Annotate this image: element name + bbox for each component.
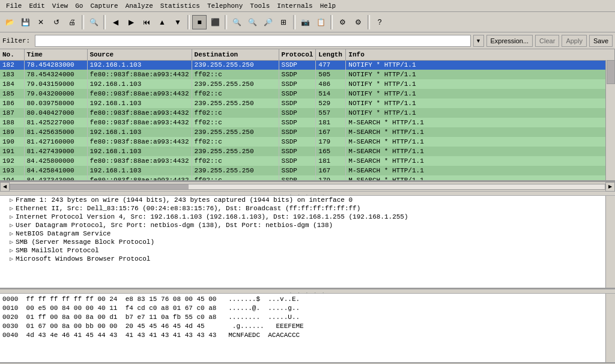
filter-dropdown-button[interactable]: ▼: [473, 35, 484, 47]
table-cell-time: 84.437343000: [24, 175, 87, 181]
capture-interfaces-button[interactable]: 📋: [314, 15, 328, 29]
hscroll-left-button[interactable]: ◀: [0, 182, 10, 192]
scrollbar-thumb[interactable]: [607, 60, 615, 84]
col-header-time[interactable]: Time: [24, 49, 87, 60]
capture-options-button[interactable]: 📷: [298, 15, 312, 29]
table-cell-src: fe80::983f:88ae:a993:4432: [87, 175, 192, 181]
toolbar-sep-3: [187, 15, 190, 29]
detail-item[interactable]: ▷NetBIOS Datagram Service: [0, 229, 615, 238]
col-header-info[interactable]: Info: [346, 49, 615, 60]
menu-edit[interactable]: Edit: [25, 2, 48, 10]
hscroll-thumb[interactable]: [10, 184, 189, 189]
zoom-in-button[interactable]: 🔍: [229, 15, 244, 29]
zoom-100-button[interactable]: 🔎: [261, 15, 275, 29]
menu-statistics[interactable]: Statistics: [157, 2, 204, 10]
table-cell-no: 194: [0, 175, 24, 181]
table-cell-src: fe80::983f:88ae:a993:4432: [87, 137, 192, 147]
packet-detail-scrollbar[interactable]: [605, 196, 615, 288]
table-row[interactable]: 18579.043200000fe80::983f:88ae:a993:4432…: [0, 89, 615, 99]
menu-file[interactable]: File: [2, 2, 25, 10]
table-cell-src: fe80::983f:88ae:a993:4432: [87, 118, 192, 127]
table-row[interactable]: 18479.043159000192.168.1.103239.255.255.…: [0, 79, 615, 89]
detail-item[interactable]: ▷Ethernet II, Src: Dell_83:15:76 (00:24:…: [0, 204, 615, 213]
hscroll-right-button[interactable]: ▶: [605, 182, 615, 192]
col-header-destination[interactable]: Destination: [192, 49, 279, 60]
jump-first-button[interactable]: ⏮: [139, 15, 154, 29]
table-cell-len: 505: [316, 70, 346, 79]
table-cell-len: 179: [316, 137, 346, 147]
col-header-source[interactable]: Source: [87, 49, 192, 60]
find-packet-button[interactable]: 🔍: [86, 15, 101, 29]
table-row[interactable]: 18680.039758000192.168.1.103239.255.255.…: [0, 99, 615, 108]
table-row[interactable]: 18278.454283000192.168.1.103239.255.255.…: [0, 60, 615, 70]
clear-filter-button[interactable]: Clear: [535, 35, 559, 47]
toolbar-sep-6: [330, 15, 333, 29]
toolbar: 📂 💾 ✕ ↺ 🖨 🔍 ◀ ▶ ⏮ ▲ ▼ ■ ⬛ 🔍 🔍 🔎 ⊞ 📷 📋 ⚙ …: [0, 12, 615, 32]
scroll-up-button[interactable]: ▲: [155, 15, 169, 29]
open-file-button[interactable]: 📂: [2, 15, 17, 29]
close-capture-button[interactable]: ✕: [34, 15, 48, 29]
hex-dump-line: 0030 01 67 00 8a 00 bb 00 00 20 45 45 46…: [2, 322, 613, 331]
table-cell-info: M-SEARCH * HTTP/1.1: [346, 127, 615, 137]
hex-dump-scrollbar[interactable]: [605, 294, 615, 362]
menu-internals[interactable]: Internals: [273, 2, 316, 10]
menu-capture[interactable]: Capture: [86, 2, 121, 10]
detail-item[interactable]: ▷User Datagram Protocol, Src Port: netbi…: [0, 221, 615, 229]
detail-item[interactable]: ▷SMB (Server Message Block Protocol): [0, 238, 615, 246]
table-row[interactable]: 18981.425635000192.168.1.103239.255.255.…: [0, 127, 615, 137]
decode-button[interactable]: ⚙: [335, 15, 350, 29]
table-row[interactable]: 19384.425841000192.168.1.103239.255.255.…: [0, 166, 615, 175]
table-row[interactable]: 19484.437343000fe80::983f:88ae:a993:4432…: [0, 175, 615, 181]
packet-table: No. Time Source Destination Protocol Len…: [0, 49, 615, 181]
save-button[interactable]: 💾: [18, 15, 32, 29]
prev-button[interactable]: ◀: [108, 15, 123, 29]
menu-go[interactable]: Go: [71, 2, 86, 10]
expression-button[interactable]: Expression...: [486, 35, 533, 47]
filter-input[interactable]: [35, 35, 470, 47]
help-button[interactable]: ?: [372, 15, 387, 29]
col-header-no[interactable]: No.: [0, 49, 24, 60]
detail-item-text: SMB (Server Message Block Protocol): [16, 238, 154, 246]
menu-analyze[interactable]: Analyze: [122, 2, 157, 10]
col-header-protocol[interactable]: Protocol: [279, 49, 316, 60]
col-header-length[interactable]: Length: [316, 49, 346, 60]
detail-item[interactable]: ▷Frame 1: 243 bytes on wire (1944 bits),…: [0, 196, 615, 204]
preferences-button[interactable]: ⚙: [351, 15, 365, 29]
auto-scroll-button[interactable]: ⬛: [208, 15, 222, 29]
reload-button[interactable]: ↺: [49, 15, 64, 29]
table-row[interactable]: 19284.425800000fe80::983f:88ae:a993:4432…: [0, 156, 615, 166]
table-row[interactable]: 18780.040427000fe80::983f:88ae:a993:4432…: [0, 108, 615, 118]
packet-list-scrollbar[interactable]: [605, 60, 615, 180]
save-filter-button[interactable]: Save: [589, 35, 613, 47]
next-button[interactable]: ▶: [124, 15, 138, 29]
detail-separator-top: . . . . .: [0, 191, 615, 196]
table-cell-dst: ff02::c: [192, 137, 279, 147]
menu-view[interactable]: View: [49, 2, 71, 10]
scroll-down-button[interactable]: ▼: [171, 15, 185, 29]
hscroll-track[interactable]: [10, 184, 605, 190]
hex-dump-pane: 0000 ff ff ff ff ff ff 00 24 e8 83 15 76…: [0, 294, 615, 363]
menu-help[interactable]: Help: [317, 2, 339, 10]
apply-filter-button[interactable]: Apply: [562, 35, 587, 47]
table-cell-dst: 239.255.255.250: [192, 166, 279, 175]
menu-telephony[interactable]: Telephony: [204, 2, 246, 10]
table-cell-len: 179: [316, 175, 346, 181]
resize-columns-button[interactable]: ⊞: [276, 15, 291, 29]
detail-item[interactable]: ▷SMB MailSlot Protocol: [0, 246, 615, 255]
table-cell-time: 84.425800000: [24, 156, 87, 166]
table-header-row: No. Time Source Destination Protocol Len…: [0, 49, 615, 60]
detail-item[interactable]: ▷Internet Protocol Version 4, Src: 192.1…: [0, 213, 615, 221]
table-row[interactable]: 18378.454324000fe80::983f:88ae:a993:4432…: [0, 70, 615, 79]
print-button[interactable]: 🖨: [65, 15, 79, 29]
zoom-out-button[interactable]: 🔍: [245, 15, 259, 29]
table-cell-info: M-SEARCH * HTTP/1.1: [346, 166, 615, 175]
table-row[interactable]: 19181.427439000192.168.1.103239.255.255.…: [0, 147, 615, 156]
menu-tools[interactable]: Tools: [246, 2, 273, 10]
detail-item[interactable]: ▷Microsoft Windows Browser Protocol: [0, 255, 615, 263]
hex-dump-line: 0010 00 e5 00 84 00 00 40 11 f4 cd c0 a8…: [2, 304, 613, 313]
colorize-button[interactable]: ■: [192, 15, 207, 29]
table-row[interactable]: 19081.427160000fe80::983f:88ae:a993:4432…: [0, 137, 615, 147]
table-row[interactable]: 18881.425227000fe80::983f:88ae:a993:4432…: [0, 118, 615, 127]
table-cell-len: 477: [316, 60, 346, 70]
horizontal-scrollbar[interactable]: ◀ ▶: [0, 181, 615, 191]
